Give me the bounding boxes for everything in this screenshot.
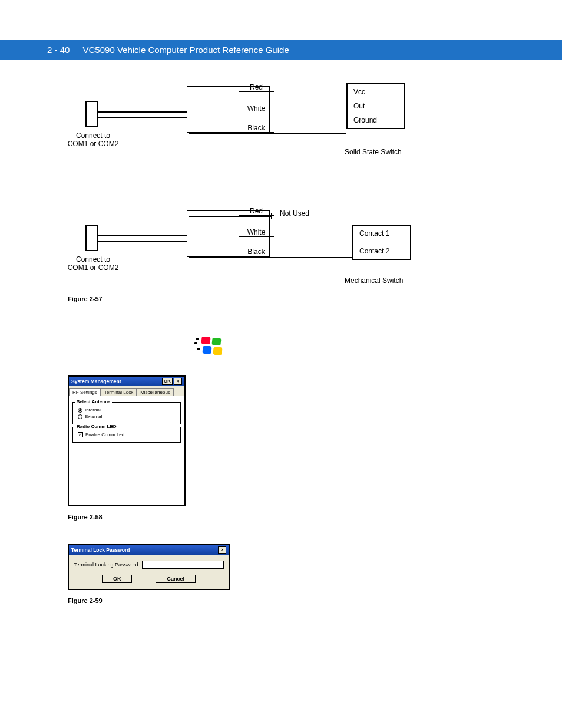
switch-box: Vcc Out Ground [346, 83, 405, 129]
doc-title: VC5090 Vehicle Computer Product Referenc… [83, 45, 289, 55]
legend-led: Radio Comm LED [75, 424, 118, 429]
diagram-caption: Solid State Switch [345, 148, 402, 156]
label-white: White [239, 104, 274, 113]
wire-white [270, 114, 346, 114]
dialog-titlebar: System Management OK × [69, 377, 184, 386]
radio-comm-led-group: Radio Comm LED ✓ Enable Comm Led [72, 427, 181, 443]
windows-logo-icon [200, 337, 222, 358]
label-black: Black [239, 248, 274, 256]
dialog-titlebar: Terminal Lock Password × [69, 545, 229, 555]
dialog-body: Select Antenna Internal External Radio C… [69, 396, 184, 505]
terminal-lock-password-dialog: Terminal Lock Password × Terminal Lockin… [68, 544, 230, 590]
connector-icon [85, 225, 98, 251]
system-management-dialog: System Management OK × RF Settings Termi… [68, 375, 186, 506]
pin-ground: Ground [353, 116, 398, 124]
tab-rf-settings[interactable]: RF Settings [69, 388, 101, 396]
diagram-solid-state: Red White Black Connect to COM1 or COM2 … [68, 89, 415, 166]
label-red: Red [239, 83, 274, 91]
figure-2-58-caption: Figure 2-58 [68, 513, 527, 521]
select-antenna-group: Select Antenna Internal External [72, 402, 181, 424]
pin-out: Out [353, 102, 398, 110]
checkbox-label: Enable Comm Led [85, 432, 124, 437]
wire-red [189, 93, 346, 93]
wire-white [270, 238, 352, 238]
cancel-button[interactable]: Cancel [156, 575, 196, 583]
dialog-title-text: Terminal Lock Password [71, 547, 130, 553]
close-icon[interactable]: × [174, 378, 182, 385]
wire-black [189, 133, 346, 134]
checkbox-icon: ✓ [78, 432, 83, 437]
password-input[interactable] [142, 561, 224, 569]
checkbox-enable-comm-led[interactable]: ✓ Enable Comm Led [78, 432, 177, 437]
pin-vcc: Vcc [353, 88, 398, 96]
connector-label: Connect to COM1 or COM2 [64, 131, 123, 148]
ok-button[interactable]: OK [162, 378, 173, 385]
switch-box: Contact 1 Contact 2 [352, 225, 411, 260]
radio-external-label: External [85, 414, 102, 419]
label-not-used: Not Used [280, 209, 309, 218]
diagram-caption: Mechanical Switch [345, 276, 403, 285]
pin-contact1: Contact 1 [359, 229, 404, 238]
tab-strip: RF Settings Terminal Lock Miscellaneous [69, 386, 184, 396]
ok-button[interactable]: OK [102, 575, 133, 583]
radio-icon [78, 414, 82, 419]
figure-2-59-caption: Figure 2-59 [68, 597, 527, 604]
radio-internal-label: Internal [85, 407, 101, 413]
cable-stub [98, 235, 187, 242]
close-icon[interactable]: × [218, 546, 226, 554]
wire-black [189, 257, 352, 258]
password-label: Terminal Locking Password [74, 562, 138, 568]
tab-terminal-lock[interactable]: Terminal Lock [101, 388, 137, 396]
connector-icon [85, 101, 98, 127]
legend-antenna: Select Antenna [75, 399, 112, 404]
radio-internal[interactable]: Internal [78, 407, 177, 413]
label-red: Red [239, 207, 274, 215]
page-number: 2 - 40 [47, 45, 70, 55]
dialog-title-text: System Management [71, 378, 121, 384]
tab-miscellaneous[interactable]: Miscellaneous [137, 388, 174, 396]
radio-external[interactable]: External [78, 414, 177, 419]
figure-2-57-caption: Figure 2-57 [68, 295, 527, 302]
label-white: White [239, 228, 274, 236]
page-header: 2 - 40 VC5090 Vehicle Computer Product R… [0, 40, 562, 60]
label-black: Black [239, 124, 274, 132]
diagram-mechanical: Red Not Used White Black Connect to COM1… [68, 213, 415, 289]
connector-label: Connect to COM1 or COM2 [64, 255, 123, 272]
pin-contact2: Contact 2 [359, 247, 404, 255]
cable-stub [98, 111, 187, 118]
wire-red [189, 216, 271, 217]
radio-icon [78, 408, 82, 413]
